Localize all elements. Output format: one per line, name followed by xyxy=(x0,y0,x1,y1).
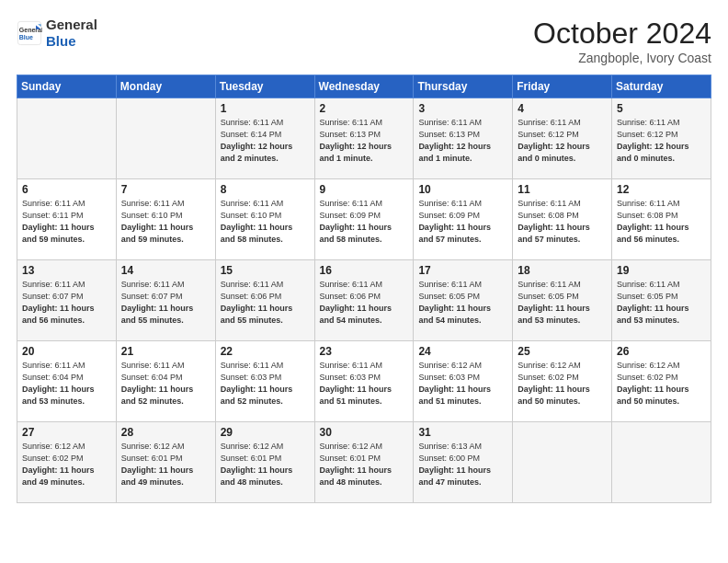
day-info: Sunrise: 6:12 AMSunset: 6:02 PMDaylight:… xyxy=(518,360,607,408)
day-number: 22 xyxy=(221,345,310,358)
day-info: Sunrise: 6:11 AMSunset: 6:05 PMDaylight:… xyxy=(518,279,607,327)
day-number: 16 xyxy=(320,264,409,277)
col-friday: Friday xyxy=(513,75,612,98)
calendar-cell: 11Sunrise: 6:11 AMSunset: 6:08 PMDayligh… xyxy=(513,179,612,260)
day-number: 13 xyxy=(22,264,111,277)
calendar-cell: 26Sunrise: 6:12 AMSunset: 6:02 PMDayligh… xyxy=(612,341,711,422)
calendar-cell xyxy=(116,98,215,179)
calendar-cell: 10Sunrise: 6:11 AMSunset: 6:09 PMDayligh… xyxy=(414,179,513,260)
day-number: 29 xyxy=(221,426,310,439)
day-info: Sunrise: 6:11 AMSunset: 6:06 PMDaylight:… xyxy=(221,279,310,327)
col-thursday: Thursday xyxy=(414,75,513,98)
calendar-header: General Blue General Blue October 2024 Z… xyxy=(17,17,711,65)
day-info: Sunrise: 6:11 AMSunset: 6:12 PMDaylight:… xyxy=(617,117,706,165)
day-number: 10 xyxy=(418,183,507,196)
calendar-week-1: 1Sunrise: 6:11 AMSunset: 6:14 PMDaylight… xyxy=(17,98,711,179)
calendar-cell: 8Sunrise: 6:11 AMSunset: 6:10 PMDaylight… xyxy=(215,179,314,260)
day-info: Sunrise: 6:11 AMSunset: 6:05 PMDaylight:… xyxy=(617,279,706,327)
calendar-cell: 15Sunrise: 6:11 AMSunset: 6:06 PMDayligh… xyxy=(215,260,314,341)
day-number: 9 xyxy=(320,183,409,196)
day-info: Sunrise: 6:12 AMSunset: 6:03 PMDaylight:… xyxy=(418,360,507,408)
calendar-cell: 7Sunrise: 6:11 AMSunset: 6:10 PMDaylight… xyxy=(116,179,215,260)
day-info: Sunrise: 6:11 AMSunset: 6:13 PMDaylight:… xyxy=(418,117,507,165)
day-number: 18 xyxy=(518,264,607,277)
calendar-week-2: 6Sunrise: 6:11 AMSunset: 6:11 PMDaylight… xyxy=(17,179,711,260)
calendar-cell xyxy=(513,422,612,503)
day-info: Sunrise: 6:11 AMSunset: 6:03 PMDaylight:… xyxy=(320,360,409,408)
day-info: Sunrise: 6:11 AMSunset: 6:04 PMDaylight:… xyxy=(22,360,111,408)
day-info: Sunrise: 6:11 AMSunset: 6:09 PMDaylight:… xyxy=(418,198,507,246)
day-number: 4 xyxy=(518,102,607,115)
calendar-cell: 19Sunrise: 6:11 AMSunset: 6:05 PMDayligh… xyxy=(612,260,711,341)
calendar-cell: 1Sunrise: 6:11 AMSunset: 6:14 PMDaylight… xyxy=(215,98,314,179)
day-info: Sunrise: 6:12 AMSunset: 6:01 PMDaylight:… xyxy=(221,441,310,488)
calendar-table: Sunday Monday Tuesday Wednesday Thursday… xyxy=(17,75,711,503)
calendar-cell: 31Sunrise: 6:13 AMSunset: 6:00 PMDayligh… xyxy=(414,422,513,503)
day-number: 30 xyxy=(320,426,409,439)
calendar-cell: 30Sunrise: 6:12 AMSunset: 6:01 PMDayligh… xyxy=(314,422,414,503)
calendar-cell: 13Sunrise: 6:11 AMSunset: 6:07 PMDayligh… xyxy=(17,260,117,341)
day-number: 12 xyxy=(617,183,706,196)
day-info: Sunrise: 6:11 AMSunset: 6:11 PMDaylight:… xyxy=(22,198,111,246)
day-number: 5 xyxy=(617,102,706,115)
col-wednesday: Wednesday xyxy=(314,75,414,98)
svg-text:General: General xyxy=(19,27,42,33)
calendar-cell: 14Sunrise: 6:11 AMSunset: 6:07 PMDayligh… xyxy=(116,260,215,341)
day-info: Sunrise: 6:11 AMSunset: 6:14 PMDaylight:… xyxy=(221,117,310,165)
calendar-cell: 17Sunrise: 6:11 AMSunset: 6:05 PMDayligh… xyxy=(414,260,513,341)
day-number: 15 xyxy=(221,264,310,277)
calendar-cell: 12Sunrise: 6:11 AMSunset: 6:08 PMDayligh… xyxy=(612,179,711,260)
calendar-header-row: Sunday Monday Tuesday Wednesday Thursday… xyxy=(17,75,711,98)
calendar-cell: 22Sunrise: 6:11 AMSunset: 6:03 PMDayligh… xyxy=(215,341,314,422)
calendar-cell: 5Sunrise: 6:11 AMSunset: 6:12 PMDaylight… xyxy=(612,98,711,179)
col-tuesday: Tuesday xyxy=(215,75,314,98)
col-monday: Monday xyxy=(116,75,215,98)
day-number: 31 xyxy=(418,426,507,439)
day-info: Sunrise: 6:11 AMSunset: 6:05 PMDaylight:… xyxy=(418,279,507,327)
calendar-cell: 28Sunrise: 6:12 AMSunset: 6:01 PMDayligh… xyxy=(116,422,215,503)
day-number: 23 xyxy=(320,345,409,358)
day-number: 2 xyxy=(320,102,409,115)
day-number: 28 xyxy=(121,426,210,439)
day-info: Sunrise: 6:11 AMSunset: 6:08 PMDaylight:… xyxy=(518,198,607,246)
day-number: 20 xyxy=(22,345,111,358)
day-number: 27 xyxy=(22,426,111,439)
day-number: 19 xyxy=(617,264,706,277)
day-info: Sunrise: 6:11 AMSunset: 6:12 PMDaylight:… xyxy=(518,117,607,165)
day-info: Sunrise: 6:11 AMSunset: 6:03 PMDaylight:… xyxy=(221,360,310,408)
day-number: 1 xyxy=(221,102,310,115)
logo-icon: General Blue xyxy=(17,20,42,46)
day-number: 3 xyxy=(418,102,507,115)
day-info: Sunrise: 6:11 AMSunset: 6:07 PMDaylight:… xyxy=(121,279,210,327)
calendar-cell: 23Sunrise: 6:11 AMSunset: 6:03 PMDayligh… xyxy=(314,341,414,422)
day-info: Sunrise: 6:12 AMSunset: 6:01 PMDaylight:… xyxy=(121,441,210,488)
day-number: 26 xyxy=(617,345,706,358)
col-saturday: Saturday xyxy=(612,75,711,98)
day-info: Sunrise: 6:12 AMSunset: 6:02 PMDaylight:… xyxy=(617,360,706,408)
day-number: 7 xyxy=(121,183,210,196)
calendar-cell: 29Sunrise: 6:12 AMSunset: 6:01 PMDayligh… xyxy=(215,422,314,503)
calendar-cell: 16Sunrise: 6:11 AMSunset: 6:06 PMDayligh… xyxy=(314,260,414,341)
day-info: Sunrise: 6:13 AMSunset: 6:00 PMDaylight:… xyxy=(418,441,507,488)
day-number: 17 xyxy=(418,264,507,277)
calendar-cell: 24Sunrise: 6:12 AMSunset: 6:03 PMDayligh… xyxy=(414,341,513,422)
calendar-week-3: 13Sunrise: 6:11 AMSunset: 6:07 PMDayligh… xyxy=(17,260,711,341)
svg-text:Blue: Blue xyxy=(19,34,33,40)
calendar-week-4: 20Sunrise: 6:11 AMSunset: 6:04 PMDayligh… xyxy=(17,341,711,422)
calendar-cell xyxy=(17,98,117,179)
calendar-cell: 3Sunrise: 6:11 AMSunset: 6:13 PMDaylight… xyxy=(414,98,513,179)
calendar-cell: 4Sunrise: 6:11 AMSunset: 6:12 PMDaylight… xyxy=(513,98,612,179)
day-info: Sunrise: 6:11 AMSunset: 6:08 PMDaylight:… xyxy=(617,198,706,246)
svg-rect-0 xyxy=(17,21,40,44)
day-info: Sunrise: 6:11 AMSunset: 6:09 PMDaylight:… xyxy=(320,198,409,246)
month-title: October 2024 xyxy=(533,17,711,51)
day-number: 21 xyxy=(121,345,210,358)
calendar-cell: 20Sunrise: 6:11 AMSunset: 6:04 PMDayligh… xyxy=(17,341,117,422)
logo: General Blue General Blue xyxy=(17,17,97,50)
day-number: 25 xyxy=(518,345,607,358)
calendar-cell: 9Sunrise: 6:11 AMSunset: 6:09 PMDaylight… xyxy=(314,179,414,260)
calendar-cell: 27Sunrise: 6:12 AMSunset: 6:02 PMDayligh… xyxy=(17,422,117,503)
day-info: Sunrise: 6:11 AMSunset: 6:04 PMDaylight:… xyxy=(121,360,210,408)
calendar-cell: 6Sunrise: 6:11 AMSunset: 6:11 PMDaylight… xyxy=(17,179,117,260)
calendar-cell: 25Sunrise: 6:12 AMSunset: 6:02 PMDayligh… xyxy=(513,341,612,422)
